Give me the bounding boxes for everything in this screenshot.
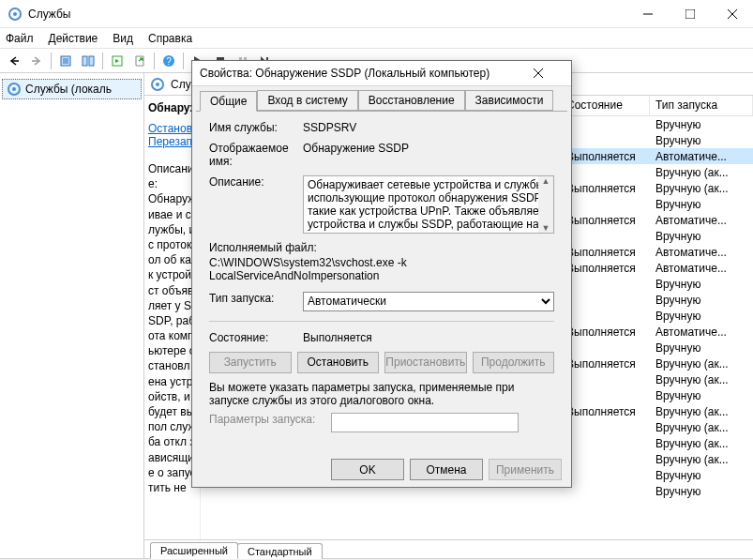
value-service-name: SSDPSRV: [303, 121, 554, 134]
cell-start: Вручную: [650, 310, 753, 323]
label-executable: Исполняемый файл:: [209, 241, 554, 254]
cell-state: Выполняется: [561, 325, 650, 339]
app-icon: [8, 7, 23, 22]
cell-state: Выполняется: [561, 405, 650, 418]
dialog-titlebar: Свойства: Обнаружение SSDP (Локальный ко…: [192, 61, 571, 86]
cell-start: Вручную: [650, 469, 753, 482]
cell-start: Вручную: [650, 198, 753, 211]
cell-start: Вручную: [650, 134, 753, 147]
svg-rect-12: [83, 56, 87, 66]
properties-dialog: Свойства: Обнаружение SSDP (Локальный ко…: [191, 60, 572, 488]
cell-start: Вручную: [650, 294, 753, 307]
ok-button[interactable]: OK: [331, 459, 404, 480]
dialog-title: Свойства: Обнаружение SSDP (Локальный ко…: [200, 67, 534, 80]
value-display-name: Обнаружение SSDP: [303, 142, 554, 168]
param-hint: Вы можете указать параметры запуска, при…: [209, 381, 554, 407]
menu-view[interactable]: Вид: [113, 32, 133, 45]
tab-logon[interactable]: Вход в систему: [257, 90, 357, 111]
svg-point-24: [156, 83, 159, 86]
cell-start: Вручную: [650, 341, 753, 355]
cell-start: Автоматиче...: [650, 262, 753, 275]
cell-start: Вручную: [650, 485, 753, 498]
value-executable: C:\WINDOWS\system32\svchost.exe -k Local…: [209, 256, 554, 282]
svg-point-22: [12, 87, 16, 91]
minimize-button[interactable]: [626, 0, 669, 28]
detail-service-name: Обнаружени: [148, 101, 196, 114]
tab-dependencies[interactable]: Зависимости: [465, 90, 554, 111]
cell-state: Выполняется: [561, 262, 650, 275]
start-params-input: [331, 413, 519, 432]
start-button: Запустить: [209, 352, 292, 373]
dialog-close-button[interactable]: [534, 68, 571, 78]
tree-node-services[interactable]: Службы (локаль: [2, 79, 142, 99]
gear-icon: [7, 82, 22, 97]
properties-icon[interactable]: [55, 51, 76, 71]
cell-start: Вручную (ак...: [650, 405, 753, 418]
cell-start: Вручную: [650, 118, 753, 131]
cell-start: Вручную: [650, 230, 753, 243]
refresh-icon[interactable]: [107, 51, 128, 71]
label-description: Описание:: [209, 175, 303, 234]
dialog-tabs: Общие Вход в систему Восстановление Зави…: [192, 86, 571, 111]
window-title: Службы: [28, 8, 626, 21]
cell-state: Выполняется: [561, 246, 650, 259]
forward-button[interactable]: [26, 51, 47, 71]
label-state: Состояние:: [209, 331, 303, 344]
menu-bar: Файл Действие Вид Справка: [0, 28, 753, 49]
tab-extended[interactable]: Расширенный: [150, 542, 238, 559]
cell-start: Вручную (ак...: [650, 453, 753, 466]
link-restart[interactable]: Перезапусти: [148, 135, 196, 148]
detail-desc-label: Описание:: [148, 161, 196, 191]
apply-button: Применить: [489, 459, 562, 480]
cell-start: Вручную: [650, 278, 753, 291]
value-state: Выполняется: [303, 331, 554, 344]
cell-start: Автоматиче...: [650, 150, 753, 163]
cell-start: Автоматиче...: [650, 214, 753, 227]
bottom-tabs: Расширенный Стандартный: [144, 539, 753, 558]
desc-scrollbar[interactable]: ▲▼: [538, 176, 553, 233]
svg-rect-13: [89, 56, 94, 66]
pause-button: Приостановить: [384, 352, 467, 373]
cancel-button[interactable]: Отмена: [410, 459, 483, 480]
col-state[interactable]: Состояние: [561, 96, 650, 115]
description-box[interactable]: Обнаруживает сетевые устройства и службы…: [303, 175, 554, 234]
maximize-button[interactable]: [669, 0, 711, 28]
tab-general[interactable]: Общие: [200, 91, 257, 112]
menu-file[interactable]: Файл: [6, 32, 34, 45]
tab-recovery[interactable]: Восстановление: [358, 90, 465, 111]
startup-type-select[interactable]: Автоматически: [303, 292, 554, 311]
cell-state: Выполняется: [561, 182, 650, 195]
svg-point-1: [13, 12, 17, 16]
cell-start: Вручную (ак...: [650, 166, 753, 179]
cell-start: Вручную (ак...: [650, 437, 753, 450]
cell-state: Выполняется: [561, 357, 650, 371]
cell-start: Вручную (ак...: [650, 357, 753, 371]
label-display-name: Отображаемое имя:: [209, 142, 303, 168]
cell-state: Выполняется: [561, 214, 650, 227]
link-stop[interactable]: Остановить: [148, 122, 196, 135]
detail-icon[interactable]: [78, 51, 98, 71]
back-button[interactable]: [4, 51, 24, 71]
menu-help[interactable]: Справка: [148, 32, 192, 45]
tree-node-label: Службы (локаль: [25, 83, 112, 96]
cell-start: Автоматиче...: [650, 325, 753, 339]
svg-rect-3: [685, 9, 695, 19]
label-start-params: Параметры запуска:: [209, 413, 331, 432]
col-start[interactable]: Тип запуска: [650, 96, 753, 115]
title-bar: Службы: [0, 0, 753, 28]
close-button[interactable]: [711, 0, 753, 28]
label-startup-type: Тип запуска:: [209, 292, 303, 311]
label-service-name: Имя службы:: [209, 121, 303, 134]
cell-start: Вручную (ак...: [650, 421, 753, 434]
cell-state: Выполняется: [561, 150, 650, 163]
resume-button: Продолжить: [473, 352, 555, 373]
stop-button[interactable]: Остановить: [297, 352, 380, 373]
detail-desc-text: Обнаруживае и службы, иc протокол об как…: [148, 191, 196, 495]
export-icon[interactable]: [129, 51, 150, 71]
tree-pane: Службы (локаль: [0, 73, 144, 558]
tab-standard[interactable]: Стандартный: [237, 543, 323, 559]
cell-start: Автоматиче...: [650, 246, 753, 259]
help-icon[interactable]: ?: [158, 51, 179, 71]
menu-action[interactable]: Действие: [49, 32, 98, 45]
svg-text:?: ?: [166, 56, 172, 67]
